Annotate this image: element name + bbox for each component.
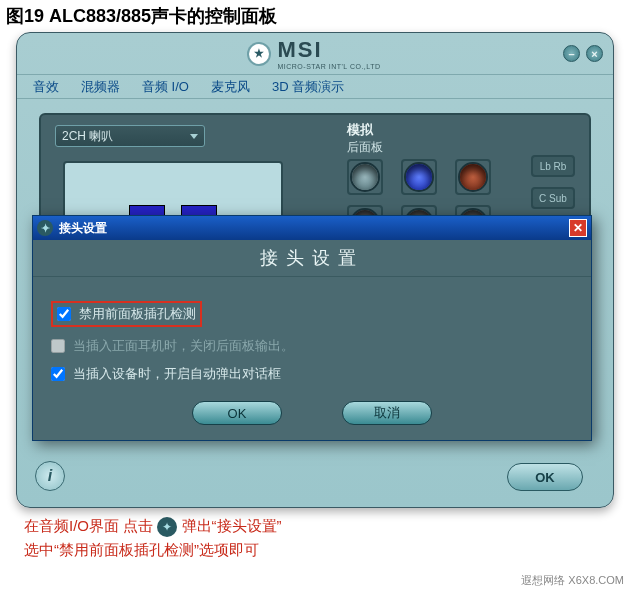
dialog-heading: 接头设置 [33,240,591,277]
title-bar: ★ MSI MICRO-STAR INT'L CO.,LTD – × [17,33,613,75]
mute-rear-on-front-checkbox [51,339,65,353]
menu-sfx[interactable]: 音效 [33,78,59,96]
jack-line-in[interactable] [350,162,380,192]
opt2-label: 当插入正面耳机时，关闭后面板输出。 [73,337,294,355]
dialog-title-text: 接头设置 [59,220,107,237]
dialog-title-bar[interactable]: ✦ 接头设置 ✕ [33,216,591,240]
dialog-close-button[interactable]: ✕ [569,219,587,237]
opt3-label: 当插入设备时，开启自动弹出对话框 [73,365,281,383]
menu-mic[interactable]: 麦克风 [211,78,250,96]
footer-line2: 选中“禁用前面板插孔检测”选项即可 [24,538,606,562]
ch-label-lb-rb[interactable]: Lb Rb [531,155,575,177]
channel-dropdown-value: 2CH 喇叭 [62,128,113,145]
info-button[interactable]: i [35,461,65,491]
main-ok-button[interactable]: OK [507,463,583,491]
dialog-ok-button[interactable]: OK [192,401,282,425]
footer-line1b: 弹出“接头设置” [182,517,282,534]
footer-line1a: 在音频I/O界面 点击 [24,517,157,534]
dialog-cancel-button[interactable]: 取消 [342,401,432,425]
connector-settings-dialog: ✦ 接头设置 ✕ 接头设置 禁用前面板插孔检测 当插入正面耳机时，关闭后面板输出… [32,215,592,441]
chevron-down-icon [190,134,198,139]
brand-logo-icon: ★ [249,44,269,64]
opt1-label: 禁用前面板插孔检测 [79,305,196,323]
analog-label: 模拟 [347,121,373,139]
minimize-button[interactable]: – [563,45,580,62]
jack-mic[interactable] [458,162,488,192]
highlight-box: 禁用前面板插孔检测 [51,301,202,327]
menu-3d-demo[interactable]: 3D 音频演示 [272,78,344,96]
watermark: 遐想网络 X6X8.COM [521,573,624,588]
ch-label-c-sub[interactable]: C Sub [531,187,575,209]
close-button[interactable]: × [586,45,603,62]
brand-name: MSI [277,37,380,63]
jack-line-out[interactable] [404,162,434,192]
figure-caption: 图19 ALC883/885声卡的控制面板 [0,0,630,32]
dialog-icon: ✦ [37,220,53,236]
footer-instructions: 在音频I/O界面 点击 ✦ 弹出“接头设置” 选中“禁用前面板插孔检测”选项即可 [0,508,630,562]
brand-subtitle: MICRO-STAR INT'L CO.,LTD [277,63,380,70]
channel-dropdown[interactable]: 2CH 喇叭 [55,125,205,147]
brand: ★ MSI MICRO-STAR INT'L CO.,LTD [249,37,380,70]
auto-popup-checkbox[interactable] [51,367,65,381]
disable-front-jack-detect-checkbox[interactable] [57,307,71,321]
menu-mixer[interactable]: 混频器 [81,78,120,96]
menu-audio-io[interactable]: 音频 I/O [142,78,189,96]
rear-panel-label: 后面板 [347,139,383,156]
menu-bar: 音效 混频器 音频 I/O 麦克风 3D 音频演示 [17,75,613,99]
wrench-icon: ✦ [157,517,177,537]
